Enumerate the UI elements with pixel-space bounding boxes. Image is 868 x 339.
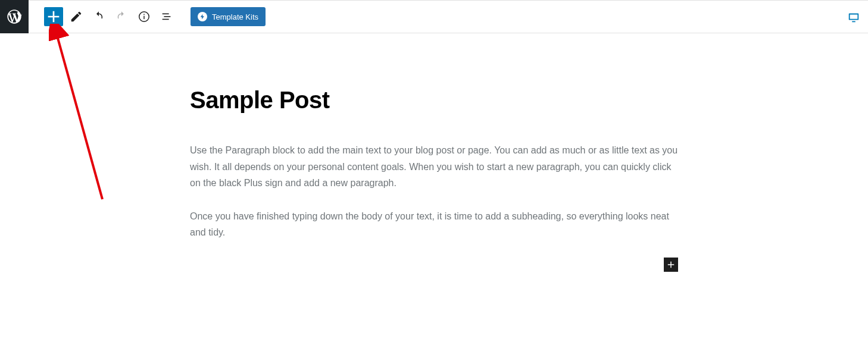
- undo-icon: [92, 10, 105, 23]
- redo-button[interactable]: [112, 7, 131, 26]
- pencil-icon: [70, 10, 83, 23]
- list-icon: [160, 10, 173, 23]
- plus-icon: [666, 259, 676, 270]
- wordpress-logo[interactable]: [0, 0, 29, 33]
- svg-rect-3: [163, 14, 169, 15]
- bolt-icon: [198, 12, 207, 21]
- template-kits-label: Template Kits: [212, 12, 258, 21]
- wordpress-icon: [6, 8, 23, 25]
- editor-canvas: Sample Post Use the Paragraph block to a…: [0, 33, 868, 339]
- info-button[interactable]: [135, 7, 154, 26]
- edit-tool-button[interactable]: [67, 7, 86, 26]
- preview-button[interactable]: [845, 9, 862, 26]
- paragraph-block[interactable]: Once you have finished typing down the b…: [190, 208, 678, 241]
- info-icon: [138, 10, 151, 23]
- desktop-icon: [847, 11, 860, 24]
- svg-rect-4: [164, 16, 170, 17]
- add-block-button[interactable]: [44, 7, 63, 26]
- post-title[interactable]: Sample Post: [190, 87, 678, 114]
- editor-toolbar: Template Kits: [29, 7, 266, 26]
- svg-rect-1: [143, 16, 144, 20]
- svg-rect-5: [163, 19, 169, 20]
- editor-topbar: Template Kits: [0, 0, 868, 33]
- outline-button[interactable]: [157, 7, 176, 26]
- post-content: Sample Post Use the Paragraph block to a…: [190, 33, 678, 272]
- template-kits-button[interactable]: Template Kits: [191, 7, 266, 26]
- plus-icon: [44, 7, 63, 26]
- undo-button[interactable]: [89, 7, 108, 26]
- insert-block-button[interactable]: [664, 258, 678, 272]
- topbar-right: [845, 1, 862, 34]
- svg-rect-2: [143, 14, 144, 15]
- paragraph-block[interactable]: Use the Paragraph block to add the main …: [190, 142, 678, 192]
- redo-icon: [115, 10, 128, 23]
